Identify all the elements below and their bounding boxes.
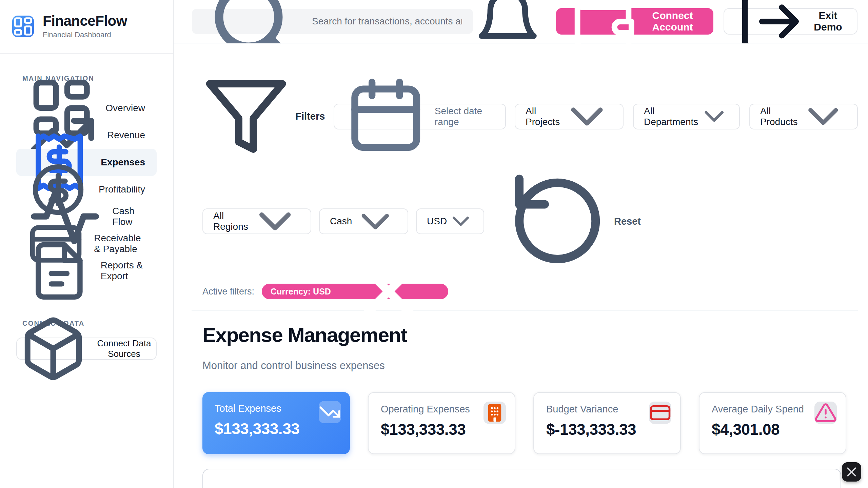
sidebar: FinanceFlow Financial Dashboard MAIN NAV…	[0, 0, 174, 488]
filter-selects-row2: All Regions Cash USD	[202, 208, 484, 234]
brand-subtitle: Financial Dashboard	[43, 30, 127, 39]
search-input[interactable]	[311, 16, 463, 27]
nav-item-label: Receivable & Payable	[94, 233, 145, 255]
chevron-down-icon	[698, 100, 730, 133]
stat-card-total-expenses: Total Expenses $133,333.33	[202, 392, 350, 454]
page-title: Expense Management	[202, 324, 858, 346]
stat-icon	[814, 402, 837, 424]
connect-data-sources-label: Connect Data Sources	[94, 338, 154, 359]
search-bar[interactable]	[192, 9, 473, 34]
package-icon	[19, 314, 87, 383]
brand-text: FinanceFlow Financial Dashboard	[43, 14, 127, 39]
exit-demo-button[interactable]: Exit Demo	[724, 8, 857, 35]
connect-account-button[interactable]: Connect Account	[556, 8, 714, 35]
stats-row: Total Expenses $133,333.33 Operating Exp…	[202, 392, 858, 454]
filter-select-all-products[interactable]: All Products	[749, 104, 858, 129]
date-range-input[interactable]: Select date range	[334, 104, 506, 129]
date-range-placeholder: Select date range	[435, 106, 495, 127]
exit-demo-label: Exit Demo	[811, 10, 845, 33]
stat-icon-chip	[814, 402, 837, 424]
active-filters-row: Active filters: Currency: USD	[202, 284, 858, 299]
section-divider	[192, 310, 858, 310]
stat-card-budget-variance: Budget Variance $-133,333.33	[533, 392, 681, 454]
filter-selects-row1: All Projects All Departments All Product…	[515, 104, 858, 129]
calendar-icon	[344, 75, 427, 158]
stat-icon-chip	[649, 402, 671, 424]
connect-account-label: Connect Account	[645, 10, 701, 33]
stat-card-operating-expenses: Operating Expenses $133,333.33	[368, 392, 515, 454]
filter-select-cash[interactable]: Cash	[319, 208, 408, 234]
select-value: All Departments	[644, 106, 698, 127]
filter-select-usd[interactable]: USD	[416, 208, 484, 234]
filters-bar-row-2: All Regions Cash USD Reset	[202, 170, 858, 272]
stat-icon	[484, 402, 506, 424]
nav-item-label: Revenue	[107, 130, 145, 141]
reset-label: Reset	[614, 216, 641, 227]
filter-select-all-regions[interactable]: All Regions	[202, 208, 311, 234]
app-root: FinanceFlow Financial Dashboard MAIN NAV…	[0, 0, 868, 488]
alert-triangle-icon	[230, 486, 327, 488]
chevron-down-icon	[248, 195, 302, 248]
brand: FinanceFlow Financial Dashboard	[0, 0, 173, 54]
page-subtitle: Monitor and control business expenses	[202, 360, 858, 372]
connect-data-sources-button[interactable]: Connect Data Sources	[16, 338, 157, 360]
header: Connect Account Exit Demo	[174, 0, 868, 43]
filter-icon	[202, 73, 290, 160]
close-icon	[844, 464, 859, 480]
stat-icon	[649, 402, 671, 424]
nav-item-label: Reports & Export	[101, 260, 145, 282]
currency-filter-chip[interactable]: Currency: USD	[262, 284, 448, 299]
chevron-down-icon	[798, 91, 849, 142]
sidebar-item-reports-and-export[interactable]: Reports & Export	[16, 257, 157, 284]
stat-icon	[319, 401, 341, 423]
select-value: USD	[427, 216, 447, 227]
close-overlay-button[interactable]	[842, 462, 861, 482]
filter-select-all-projects[interactable]: All Projects	[515, 104, 624, 129]
active-filters-label: Active filters:	[202, 286, 254, 297]
reset-icon	[507, 170, 608, 272]
filters-label: Filters	[202, 73, 325, 160]
alert-triangle-icon	[539, 483, 641, 488]
nav-item-label: Overview	[105, 103, 145, 114]
chevron-down-icon	[352, 198, 399, 245]
brand-title: FinanceFlow	[43, 14, 127, 28]
main-column: Connect Account Exit Demo Filters Select…	[174, 0, 868, 488]
select-value: All Regions	[213, 210, 248, 232]
filters-bar-row-1: Filters Select date range All Projects A…	[202, 73, 858, 160]
nav-item-label: Expenses	[101, 157, 145, 168]
brand-logo-icon	[12, 16, 34, 37]
content: Filters Select date range All Projects A…	[174, 43, 868, 488]
nav-item-icon	[28, 240, 91, 302]
stat-icon-chip	[319, 401, 341, 423]
filters-label-text: Filters	[295, 111, 325, 122]
chevron-down-icon	[560, 89, 614, 144]
select-value: All Products	[760, 106, 798, 127]
reset-filters-button[interactable]: Reset	[505, 170, 643, 272]
stat-card-average-daily-spend: Average Daily Spend $4,301.08	[699, 392, 846, 454]
stat-icon-chip	[484, 402, 506, 424]
nav-item-label: Cash Flow	[112, 206, 145, 227]
sidebar-nav: Overview Revenue Expenses Profitability …	[0, 95, 173, 284]
chip-label: Currency: USD	[271, 287, 331, 297]
chevron-down-icon	[447, 207, 475, 235]
filter-select-all-departments[interactable]: All Departments	[633, 104, 740, 129]
select-value: Cash	[330, 216, 352, 227]
nav-item-label: Profitability	[99, 184, 145, 195]
category-section: Expenses by Category Cost of Goods Sold …	[202, 469, 841, 488]
select-value: All Projects	[526, 106, 560, 127]
